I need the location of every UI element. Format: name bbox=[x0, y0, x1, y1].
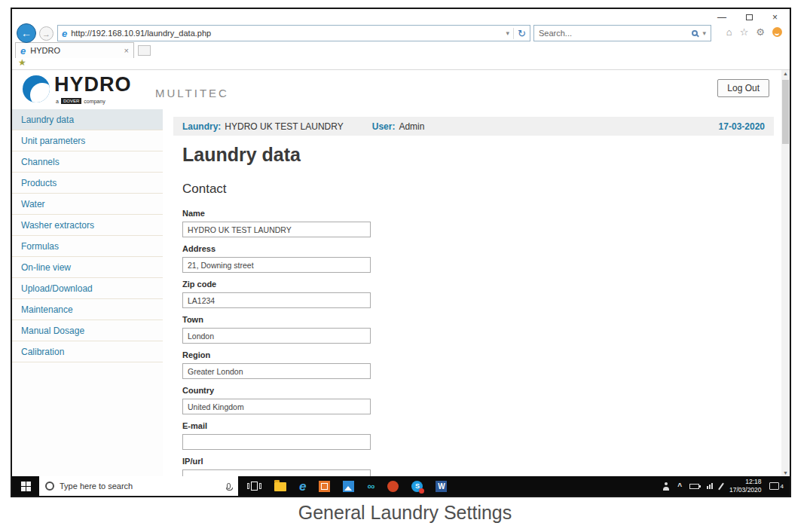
file-explorer-icon[interactable] bbox=[274, 482, 286, 491]
hidden-icons-caret[interactable]: ^ bbox=[677, 482, 682, 491]
town-label: Town bbox=[182, 315, 386, 324]
sidebar-item-maintenance[interactable]: Maintenance bbox=[12, 299, 163, 320]
notification-icon bbox=[769, 482, 779, 490]
network-icon[interactable] bbox=[707, 483, 713, 489]
laundry-value: HYDRO UK TEST LAUNDRY bbox=[225, 121, 343, 132]
dover-badge: DOVER bbox=[61, 98, 81, 104]
country-label: Country bbox=[182, 386, 386, 395]
address-dropdown-icon[interactable]: ▾ bbox=[506, 29, 510, 37]
address-label: Address bbox=[182, 244, 386, 253]
logo-tagline: a DOVER company bbox=[56, 98, 105, 104]
tagline-a: a bbox=[56, 99, 59, 104]
user-label: User: bbox=[372, 121, 396, 132]
forward-button[interactable]: → bbox=[39, 26, 53, 41]
region-input[interactable] bbox=[182, 363, 371, 379]
search-dropdown-icon[interactable]: ▾ bbox=[702, 29, 706, 37]
info-bar: Laundry: HYDRO UK TEST LAUNDRY User: Adm… bbox=[173, 117, 774, 136]
page-title: Laundry data bbox=[182, 144, 301, 166]
internet-explorer-icon[interactable]: e bbox=[299, 480, 306, 493]
infinity-app-icon[interactable]: ∞ bbox=[367, 480, 374, 492]
taskbar-search[interactable] bbox=[39, 476, 238, 496]
form-field-address: Address bbox=[182, 244, 386, 273]
tab-close-icon[interactable]: × bbox=[124, 46, 129, 55]
photos-icon[interactable] bbox=[343, 481, 354, 492]
sidebar-item-manual-dosage[interactable]: Manual Dosage bbox=[12, 320, 163, 341]
user-value: Admin bbox=[399, 121, 424, 132]
ipurl-label: IP/url bbox=[182, 457, 386, 466]
contact-section-title: Contact bbox=[182, 182, 227, 197]
logout-button[interactable]: Log Out bbox=[717, 79, 769, 97]
sidebar-item-water[interactable]: Water bbox=[12, 194, 163, 215]
sidebar-item-laundry-data[interactable]: Laundry data bbox=[12, 109, 163, 130]
skype-icon[interactable]: S bbox=[411, 481, 423, 492]
refresh-icon[interactable]: ↻ bbox=[518, 28, 526, 39]
back-button[interactable]: ← bbox=[17, 23, 36, 43]
microphone-icon[interactable] bbox=[227, 483, 231, 489]
name-input[interactable] bbox=[182, 222, 371, 237]
favorites-bar-star-icon[interactable]: ★ bbox=[18, 57, 26, 68]
email-label: E-mail bbox=[182, 421, 386, 430]
taskbar-clock[interactable]: 12:18 17/03/2020 bbox=[729, 478, 762, 494]
product-name: MULTITEC bbox=[155, 87, 229, 99]
search-magnifier-icon[interactable] bbox=[692, 30, 698, 36]
minimize-button[interactable]: — bbox=[717, 12, 726, 23]
ipurl-input[interactable] bbox=[182, 469, 371, 476]
form-field-region: Region bbox=[182, 350, 386, 379]
hydro-logo-icon bbox=[23, 75, 50, 102]
sidebar-item-online-view[interactable]: On-line view bbox=[12, 257, 163, 278]
sidebar-item-formulas[interactable]: Formulas bbox=[12, 236, 163, 257]
gear-icon[interactable]: ⚙ bbox=[756, 26, 765, 38]
word-icon[interactable]: W bbox=[436, 481, 447, 492]
browser-search-input[interactable] bbox=[539, 29, 687, 38]
system-tray: ^ 12:18 17/03/2020 4 bbox=[662, 478, 790, 494]
email-input[interactable] bbox=[182, 434, 371, 450]
people-icon[interactable] bbox=[662, 482, 670, 491]
notification-area[interactable]: 4 bbox=[769, 482, 784, 490]
taskbar-search-input[interactable] bbox=[60, 482, 222, 491]
address-input[interactable] bbox=[182, 257, 371, 273]
favorites-icon[interactable]: ☆ bbox=[740, 26, 749, 38]
form-field-name: Name bbox=[182, 209, 386, 237]
home-icon[interactable]: ⌂ bbox=[726, 26, 732, 38]
region-label: Region bbox=[182, 350, 386, 359]
screenshot-frame: — × ← → e ▾ ↻ ▾ ⌂ ☆ ⚙ e HYDRO × ★ HY bbox=[11, 8, 791, 497]
back-arrow-icon: ← bbox=[21, 27, 32, 39]
tab-title: HYDRO bbox=[30, 46, 119, 55]
feedback-smiley-icon[interactable] bbox=[772, 27, 782, 37]
task-view-button[interactable] bbox=[247, 482, 261, 491]
country-input[interactable] bbox=[182, 399, 371, 414]
battery-icon[interactable] bbox=[689, 484, 699, 489]
notification-badge: 4 bbox=[781, 483, 784, 490]
figure-caption: General Laundry Settings bbox=[0, 502, 810, 524]
powerpoint-icon[interactable] bbox=[387, 481, 399, 492]
web-page: HYDRO a DOVER company MULTITEC Log Out L… bbox=[12, 69, 790, 476]
page-scrollbar[interactable]: ▲ ▼ bbox=[781, 70, 790, 476]
sidebar-item-washer-extractors[interactable]: Washer extractors bbox=[12, 215, 163, 236]
sidebar-item-products[interactable]: Products bbox=[12, 173, 163, 194]
current-date: 17-03-2020 bbox=[719, 121, 765, 132]
address-bar[interactable]: e ▾ ↻ bbox=[57, 25, 530, 41]
sidebar-item-calibration[interactable]: Calibration bbox=[12, 341, 163, 362]
form-field-email: E-mail bbox=[182, 421, 386, 450]
scroll-up-icon[interactable]: ▲ bbox=[781, 71, 790, 76]
scrollbar-thumb[interactable] bbox=[782, 80, 789, 144]
zipcode-input[interactable] bbox=[182, 292, 371, 308]
tagline-company: company bbox=[84, 99, 105, 104]
sidebar-item-upload-download[interactable]: Upload/Download bbox=[12, 278, 163, 299]
cortana-icon bbox=[45, 482, 54, 491]
scroll-down-icon[interactable]: ▼ bbox=[781, 470, 790, 475]
browser-search-box[interactable]: ▾ bbox=[533, 25, 711, 41]
close-window-button[interactable]: × bbox=[772, 12, 778, 23]
outlook-icon[interactable] bbox=[319, 481, 330, 492]
new-tab-button[interactable] bbox=[138, 45, 151, 56]
address-bar-input[interactable] bbox=[71, 29, 502, 38]
start-button[interactable] bbox=[12, 476, 39, 496]
sidebar-item-channels[interactable]: Channels bbox=[12, 151, 163, 173]
sidebar-item-unit-parameters[interactable]: Unit parameters bbox=[12, 130, 163, 151]
town-input[interactable] bbox=[182, 328, 371, 344]
pen-icon[interactable] bbox=[718, 482, 724, 490]
maximize-button[interactable] bbox=[746, 14, 753, 20]
windows-logo-icon bbox=[21, 482, 31, 491]
browser-tab-hydro[interactable]: e HYDRO × bbox=[15, 42, 134, 58]
name-label: Name bbox=[182, 209, 386, 218]
